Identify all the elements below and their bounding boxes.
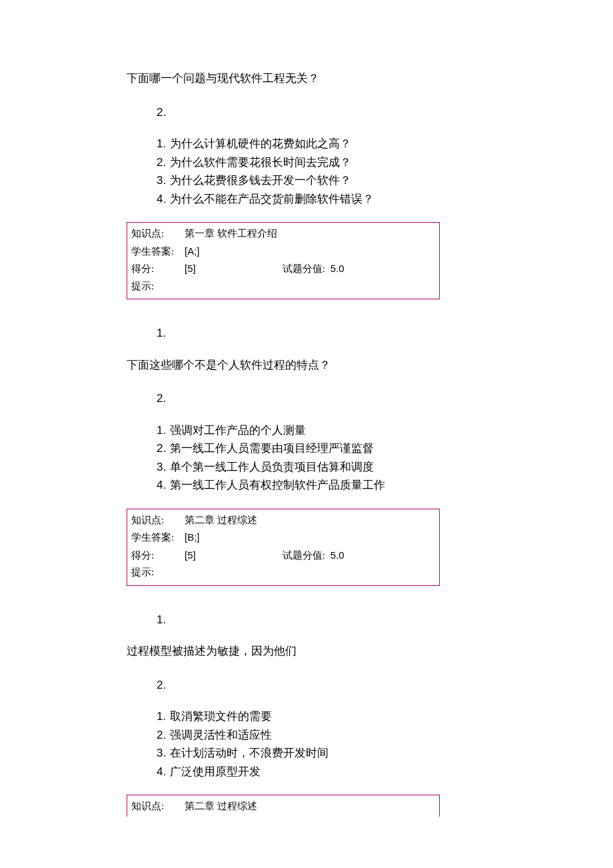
question-block: 1. 下面这些哪个不是个人软件过程的特点？ 2. 1.强调对工作产品的个人测量 … <box>127 325 486 586</box>
option-number: 4. <box>157 763 170 781</box>
option-text: 为什么计算机硬件的花费如此之高？ <box>170 137 351 150</box>
option-number: 1. <box>157 422 170 439</box>
option-text: 强调灵活性和适应性 <box>170 729 272 741</box>
answer-meta-box: 知识点: 第一章 软件工程介绍 学生答案: [A;] 得分: [5] 试题分值:… <box>127 222 440 299</box>
question-block: 下面哪一个问题与现代软件工程无关？ 2. 1.为什么计算机硬件的花费如此之高？ … <box>127 70 486 299</box>
option: 1.取消繁琐文件的需要 <box>157 708 486 725</box>
full-score-value: 5.0 <box>330 547 344 564</box>
options-list: 1.取消繁琐文件的需要 2.强调灵活性和适应性 3.在计划活动时，不浪费开发时间… <box>157 708 486 780</box>
option-number: 3. <box>157 172 170 189</box>
student-answer-value: [B;] <box>185 529 200 546</box>
option-number: 4. <box>157 477 170 494</box>
page-content: 下面哪一个问题与现代软件工程无关？ 2. 1.为什么计算机硬件的花费如此之高？ … <box>0 0 613 868</box>
question-block: 1. 过程模型被描述为敏捷，因为他们 2. 1.取消繁琐文件的需要 2.强调灵活… <box>127 611 486 817</box>
sub-number: 2. <box>157 390 486 407</box>
option-number: 3. <box>157 745 170 762</box>
full-score-value: 5.0 <box>330 260 344 277</box>
option-text: 为什么不能在产品交货前删除软件错误？ <box>170 193 374 205</box>
option-number: 2. <box>157 154 170 171</box>
student-answer-value: [A;] <box>185 243 200 260</box>
option: 3.为什么花费很多钱去开发一个软件？ <box>157 172 486 189</box>
option-number: 1. <box>157 135 170 153</box>
score-row: 得分: [5] 试题分值: 5.0 <box>131 547 435 565</box>
option: 2.为什么软件需要花很长时间去完成？ <box>157 154 486 171</box>
option-number: 2. <box>157 727 170 744</box>
option-text: 为什么软件需要花很长时间去完成？ <box>170 156 351 169</box>
option-text: 第一线工作人员需要由项目经理严谨监督 <box>170 442 374 455</box>
hint-label: 提示: <box>131 278 185 295</box>
knowledge-value: 第二章 过程综述 <box>185 798 257 815</box>
hint-row: 提示: <box>131 564 435 581</box>
option: 4.广泛使用原型开发 <box>157 763 486 781</box>
score-label: 得分: <box>131 547 185 565</box>
hint-label: 提示: <box>131 564 185 581</box>
option: 2.第一线工作人员需要由项目经理严谨监督 <box>157 440 486 457</box>
answer-meta-box: 知识点: 第二章 过程综述 <box>127 795 440 817</box>
hint-row: 提示: <box>131 278 435 295</box>
option-number: 3. <box>157 459 170 476</box>
option-number: 2. <box>157 440 170 457</box>
option-text: 第一线工作人员有权控制软件产品质量工作 <box>170 479 385 491</box>
score-value: [5] <box>185 260 196 277</box>
lead-number: 1. <box>157 611 486 629</box>
student-answer-row: 学生答案: [A;] <box>131 243 435 261</box>
option-number: 1. <box>157 708 170 725</box>
score-value: [5] <box>185 547 196 564</box>
option: 4.第一线工作人员有权控制软件产品质量工作 <box>157 477 486 494</box>
options-list: 1.强调对工作产品的个人测量 2.第一线工作人员需要由项目经理严谨监督 3.单个… <box>157 422 486 494</box>
option: 3.在计划活动时，不浪费开发时间 <box>157 745 486 762</box>
knowledge-value: 第二章 过程综述 <box>185 512 257 529</box>
option: 1.为什么计算机硬件的花费如此之高？ <box>157 135 486 153</box>
knowledge-label: 知识点: <box>131 512 185 529</box>
sub-number: 2. <box>157 104 486 121</box>
student-answer-label: 学生答案: <box>131 243 185 261</box>
answer-meta-box: 知识点: 第二章 过程综述 学生答案: [B;] 得分: [5] 试题分值: 5… <box>127 509 440 586</box>
knowledge-row: 知识点: 第二章 过程综述 <box>131 512 435 529</box>
question-stem: 过程模型被描述为敏捷，因为他们 <box>127 643 486 660</box>
knowledge-label: 知识点: <box>131 798 185 815</box>
option-text: 取消繁琐文件的需要 <box>170 710 272 723</box>
knowledge-row: 知识点: 第二章 过程综述 <box>131 798 435 815</box>
knowledge-label: 知识点: <box>131 225 185 243</box>
option: 2.强调灵活性和适应性 <box>157 727 486 744</box>
full-score-label: 试题分值: <box>283 547 325 565</box>
question-stem: 下面这些哪个不是个人软件过程的特点？ <box>127 357 486 374</box>
score-row: 得分: [5] 试题分值: 5.0 <box>131 260 435 278</box>
option: 4.为什么不能在产品交货前删除软件错误？ <box>157 191 486 208</box>
option: 1.强调对工作产品的个人测量 <box>157 422 486 439</box>
question-stem: 下面哪一个问题与现代软件工程无关？ <box>127 70 486 87</box>
options-list: 1.为什么计算机硬件的花费如此之高？ 2.为什么软件需要花很长时间去完成？ 3.… <box>157 135 486 207</box>
option-text: 单个第一线工作人员负责项目估算和调度 <box>170 461 374 473</box>
option-text: 强调对工作产品的个人测量 <box>170 424 306 437</box>
sub-number: 2. <box>157 677 486 694</box>
option-number: 4. <box>157 191 170 208</box>
option-text: 广泛使用原型开发 <box>170 765 261 778</box>
option-text: 为什么花费很多钱去开发一个软件？ <box>170 174 351 187</box>
option: 3.单个第一线工作人员负责项目估算和调度 <box>157 459 486 476</box>
lead-number: 1. <box>157 325 486 342</box>
student-answer-label: 学生答案: <box>131 529 185 547</box>
option-text: 在计划活动时，不浪费开发时间 <box>170 747 328 759</box>
student-answer-row: 学生答案: [B;] <box>131 529 435 547</box>
knowledge-value: 第一章 软件工程介绍 <box>185 225 277 243</box>
full-score-label: 试题分值: <box>283 261 325 278</box>
knowledge-row: 知识点: 第一章 软件工程介绍 <box>131 225 435 243</box>
score-label: 得分: <box>131 261 185 278</box>
